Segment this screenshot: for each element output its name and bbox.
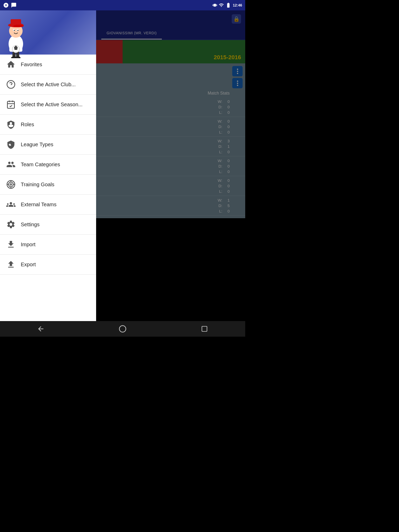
menu-item-external-teams[interactable]: External Teams [0,195,96,215]
target-coin-icon [5,179,17,190]
message-icon [11,2,17,8]
back-button[interactable] [33,321,49,337]
people-group-icon [5,199,17,210]
home-icon [5,59,17,70]
svg-rect-17 [8,101,15,108]
svg-point-9 [17,30,18,31]
training-goals-label: Training Goals [21,182,54,188]
external-teams-label: External Teams [21,202,56,208]
svg-point-8 [14,30,15,31]
drawer-header [0,10,96,55]
overlay-dim[interactable] [96,10,245,321]
wifi-icon [219,3,224,8]
battery-icon [225,2,231,8]
team-categories-label: Team Categories [21,162,60,168]
notification-icon [3,2,9,8]
status-bar: 12:46 [0,0,245,10]
menu-item-settings[interactable]: Settings [0,215,96,235]
vibrate-icon [212,3,217,8]
svg-point-22 [9,182,13,187]
menu-item-import[interactable]: Import [0,235,96,255]
menu-item-league-types[interactable]: League Types [0,135,96,155]
navigation-drawer: Favorites Select the Active Club... [0,10,96,321]
help-circle-icon [5,79,17,90]
menu-item-training-goals[interactable]: Training Goals [0,175,96,195]
select-club-label: Select the Active Club... [21,82,76,88]
menu-item-select-season[interactable]: Select the Active Season... [0,95,96,115]
favorites-label: Favorites [21,62,42,68]
menu-item-roles[interactable]: Roles [0,115,96,135]
mascot [4,17,28,50]
time-display: 12:46 [233,3,242,7]
roles-label: Roles [21,122,34,128]
menu-item-team-categories[interactable]: Team Categories [0,155,96,175]
svg-rect-4 [11,19,21,25]
download-icon [5,239,17,250]
menu-item-export[interactable]: Export [0,255,96,275]
navigation-bar [0,321,245,337]
main-area: 0 🔒 TRAININGS LEAGUE SINGLE MATCHES GIOV… [0,10,245,321]
gear-icon [5,219,17,230]
svg-rect-25 [202,326,207,331]
menu-item-select-club[interactable]: Select the Active Club... [0,75,96,95]
calendar-check-icon [5,99,17,110]
status-bar-left [3,2,17,8]
recents-button[interactable] [197,321,212,337]
status-bar-right: 12:46 [212,2,242,8]
home-button[interactable] [115,321,130,337]
shield-star-icon [5,139,17,150]
svg-point-23 [10,184,12,185]
shield-person-icon [5,119,17,130]
export-label: Export [21,262,36,268]
people-circle-icon [5,159,17,170]
settings-label: Settings [21,222,39,228]
league-types-label: League Types [21,142,53,148]
import-label: Import [21,242,36,248]
upload-icon [5,259,17,270]
drawer-menu: Favorites Select the Active Club... [0,55,96,321]
svg-point-24 [119,326,126,332]
svg-point-5 [13,25,24,27]
select-season-label: Select the Active Season... [21,102,83,108]
